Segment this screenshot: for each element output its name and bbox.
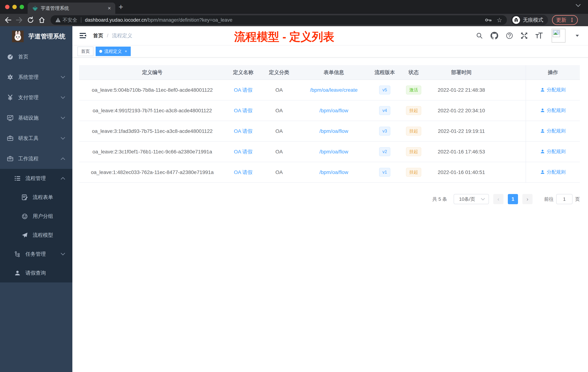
sidebar-item-leave-query[interactable]: 请假查询 (0, 263, 72, 283)
home-icon[interactable] (37, 16, 46, 24)
cell-name: OA 请假 (225, 80, 261, 100)
next-page-button[interactable]: › (522, 194, 533, 204)
cell-version: v3 (370, 121, 399, 142)
definition-name-link[interactable]: OA 请假 (234, 149, 252, 154)
assign-rule-link[interactable]: 分配规则 (540, 87, 566, 93)
hamburger-icon[interactable] (77, 30, 88, 41)
help-icon[interactable] (506, 32, 513, 39)
app-navbar: 首页 / 流程定义 (72, 26, 588, 45)
minimize-window-button[interactable] (12, 5, 17, 9)
dashboard-icon (7, 54, 14, 60)
status-tag: 挂起 (406, 127, 421, 136)
definition-name-link[interactable]: OA 请假 (234, 108, 252, 113)
form-link[interactable]: /bpm/oa/flow (319, 108, 348, 113)
cell-status: 挂起 (399, 162, 428, 183)
cell-action: 分配规则 (526, 142, 580, 162)
bookmark-star-icon[interactable]: ☆ (497, 17, 502, 23)
cell-status: 挂起 (399, 100, 428, 121)
assign-rule-link[interactable]: 分配规则 (540, 128, 566, 134)
sidebar-item-infrastructure[interactable]: 基础设施 (0, 108, 72, 128)
form-link[interactable]: /bpm/oa/flow (319, 169, 348, 175)
back-icon[interactable] (4, 16, 12, 24)
url-bar[interactable]: 不安全 dashboard.yudao.iocoder.cn /bpm/mana… (51, 15, 507, 25)
key-icon[interactable] (485, 18, 492, 22)
new-tab-button[interactable]: + (118, 1, 123, 12)
assign-rule-link[interactable]: 分配规则 (540, 107, 566, 114)
cell-category: OA (261, 100, 297, 121)
chevron-down-icon (61, 96, 65, 99)
tag-close-icon[interactable]: × (125, 49, 127, 54)
assign-rule-label: 分配规则 (547, 148, 566, 155)
definition-name-link[interactable]: OA 请假 (234, 87, 252, 93)
sidebar-item-user-group[interactable]: 用户分组 (0, 207, 72, 226)
close-window-button[interactable] (5, 5, 10, 9)
tag-process-definition[interactable]: 流程定义 × (96, 47, 131, 56)
breadcrumb-home[interactable]: 首页 (93, 32, 103, 39)
sidebar-logo-row[interactable]: 芋道管理系统 (0, 26, 72, 47)
current-page-button[interactable]: 1 (508, 194, 518, 204)
form-link[interactable]: /bpm/oa/leave/create (310, 87, 358, 93)
sidebar-item-process-model[interactable]: 流程模型 (0, 226, 72, 245)
search-icon[interactable] (476, 32, 483, 39)
breadcrumb-current: 流程定义 (112, 32, 132, 39)
goto-page-input[interactable] (556, 194, 573, 204)
column-header-id: 定义编号 (79, 65, 225, 80)
definition-name-link[interactable]: OA 请假 (234, 128, 252, 134)
assign-user-icon (540, 87, 545, 92)
sidebar-item-dev-tools[interactable]: 研发工具 (0, 128, 72, 149)
browser-tab[interactable]: 芋道管理系统 × (28, 2, 115, 14)
tag-home[interactable]: 首页 (77, 47, 94, 56)
fullscreen-icon[interactable] (521, 32, 528, 39)
broken-image-icon (553, 30, 560, 37)
status-tag: 挂起 (406, 106, 421, 115)
cell-version: v1 (370, 162, 399, 183)
tab-close-icon[interactable]: × (106, 5, 112, 11)
table-row: oa_leave:1:482ec033-762a-11ec-8477-a2380… (79, 162, 580, 183)
cell-deploy_time: 2022-01-16 01:40:51 (428, 162, 494, 183)
assign-rule-link[interactable]: 分配规则 (540, 169, 566, 175)
zoom-window-button[interactable] (20, 5, 24, 9)
table-row: oa_leave:4:991f2193-7b7f-11ec-a3c8-acde4… (79, 100, 580, 121)
total-count-label: 共 5 条 (432, 196, 447, 202)
sidebar-menu: 首页系统管理支付管理基础设施研发工具工作流程流程管理流程表单用户分组流程模型任务… (0, 47, 72, 283)
sidebar-item-process-management[interactable]: 流程管理 (0, 169, 72, 188)
sidebar-item-system-management[interactable]: 系统管理 (0, 67, 72, 87)
column-header-filler (494, 65, 526, 80)
cell-form: /bpm/oa/flow (297, 121, 370, 142)
forward-icon[interactable] (15, 16, 24, 24)
font-size-icon[interactable] (535, 32, 543, 39)
annotation-title: 流程模型 - 定义列表 (234, 29, 334, 44)
sidebar-item-home[interactable]: 首页 (0, 47, 72, 67)
toolbox-icon (7, 155, 14, 162)
sidebar-item-task-management[interactable]: 任务管理 (0, 245, 72, 263)
yen-icon (7, 94, 14, 101)
form-link[interactable]: /bpm/oa/flow (319, 149, 348, 154)
chevron-down-icon (61, 76, 65, 78)
chrome-update-button[interactable]: 更新 ⋮ (552, 15, 578, 25)
prev-page-button[interactable]: ‹ (493, 194, 504, 204)
tab-search-chevron-icon[interactable] (576, 4, 581, 7)
chevron-down-icon[interactable] (576, 35, 579, 37)
sidebar-item-workflow[interactable]: 工作流程 (0, 149, 72, 169)
cell-version: v4 (370, 100, 399, 121)
form-link[interactable]: /bpm/oa/flow (319, 128, 348, 134)
avatar[interactable] (552, 29, 566, 43)
not-secure-warning[interactable]: 不安全 (55, 17, 77, 23)
cell-action: 分配规则 (526, 100, 580, 121)
cell-form: /bpm/oa/leave/create (297, 80, 370, 100)
cell-deploy_time: 2022-01-22 20:34:10 (428, 100, 494, 121)
page-size-select[interactable]: 10条/页 (454, 194, 489, 204)
browser-menu-icon[interactable]: ⋮ (569, 17, 575, 23)
github-icon[interactable] (491, 32, 498, 40)
assign-rule-link[interactable]: 分配规则 (540, 148, 566, 155)
cell-status: 激活 (399, 80, 428, 100)
sidebar-item-payment-management[interactable]: 支付管理 (0, 87, 72, 108)
reload-icon[interactable] (26, 16, 35, 24)
chevron-down-icon (61, 137, 65, 140)
tag-label: 首页 (81, 48, 90, 54)
definition-name-link[interactable]: OA 请假 (234, 169, 252, 175)
cell-category: OA (261, 80, 297, 100)
column-header-action: 操作 (526, 65, 580, 80)
form-icon (21, 194, 28, 200)
sidebar-item-process-form[interactable]: 流程表单 (0, 188, 72, 207)
